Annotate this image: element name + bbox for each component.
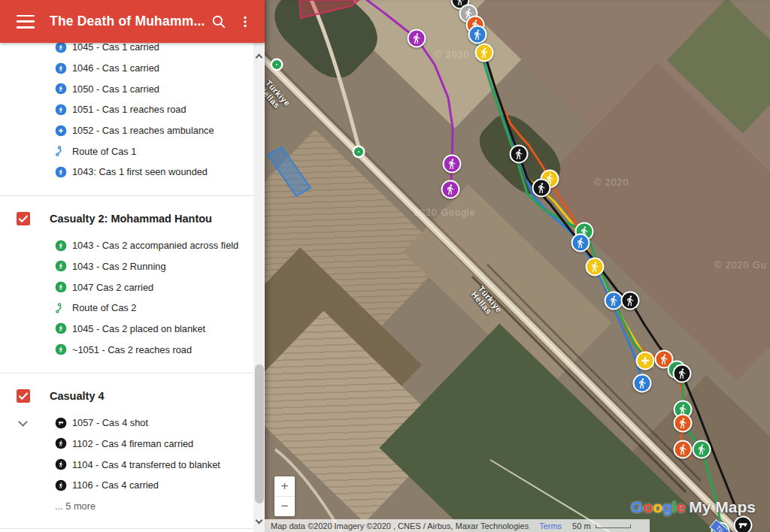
map-marker-plus-yellow[interactable] xyxy=(636,352,655,370)
layer-item[interactable]: 1052 - Cas 1 reaches ambulance xyxy=(0,120,253,141)
attribution-text: Map data ©2020 Imagery ©2020 , CNES / Ai… xyxy=(271,521,529,530)
section-title: Casualty 2: Mohammad Hantou xyxy=(50,213,212,225)
map-marker-walk-orange[interactable] xyxy=(674,440,693,459)
sidebar-scrollbar[interactable] xyxy=(253,43,265,532)
search-icon[interactable] xyxy=(211,14,227,30)
section-title: Casualty 4 xyxy=(50,390,105,402)
map-marker-walk-black[interactable] xyxy=(532,179,551,198)
layer-item[interactable]: 1051 - Cas 1 reaches road xyxy=(0,99,253,120)
layer-item-label: ~1051 - Cas 2 reaches road xyxy=(72,344,192,355)
map-marker-dot-green[interactable] xyxy=(354,147,363,156)
layer-item[interactable]: 1045 - Cas 2 placed on blanket xyxy=(0,319,253,340)
my-maps-app: The Death of Muhamm... 1045 - Cas 1 carr… xyxy=(0,0,770,532)
walk-icon xyxy=(55,322,67,334)
zoom-control: + − xyxy=(274,476,295,516)
map-canvas[interactable]: TürkiyeHellasTürkiyeHellas© 2020 G2020 G… xyxy=(265,0,770,532)
sidebar-section: Casualty 2: Mohammad Hantou1043 - Cas 2 … xyxy=(0,195,253,360)
layer-item[interactable]: 1043 - Cas 2 Running xyxy=(0,256,253,277)
more-options-icon[interactable] xyxy=(238,14,253,29)
layer-item-label: 1051 - Cas 1 reaches road xyxy=(72,104,186,115)
show-more-items[interactable]: ... 5 more xyxy=(0,496,253,517)
map-marker-walk-yellow[interactable] xyxy=(475,44,494,62)
layer-item-label: 1043 - Cas 2 Running xyxy=(72,261,166,272)
map-marker-walk-purple[interactable] xyxy=(443,155,462,174)
walk-icon xyxy=(55,62,67,74)
layer-item[interactable]: 1050 - Cas 1 carried xyxy=(0,78,253,99)
map-marker-walk-purple[interactable] xyxy=(441,180,460,199)
attribution-bar: Map data ©2020 Imagery ©2020 , CNES / Ai… xyxy=(265,519,650,532)
layer-item-label: 1106 - Cas 4 carried xyxy=(72,479,159,491)
layer-item-label: 1052 - Cas 1 reaches ambulance xyxy=(72,125,214,136)
map-marker-gun-black[interactable] xyxy=(734,516,753,532)
app-header: The Death of Muhamm... xyxy=(0,0,265,43)
layer-item-label: 1045 - Cas 2 placed on blanket xyxy=(72,323,205,334)
map-marker-walk-black[interactable] xyxy=(510,145,529,164)
scroll-up-icon[interactable] xyxy=(255,54,262,62)
layer-item-label: 1050 - Cas 1 carried xyxy=(72,83,159,95)
scale-bar xyxy=(596,524,631,528)
map-marker-walk-black[interactable] xyxy=(673,364,692,383)
sidebar-section: 1045 - Cas 1 carried1046 - Cas 1 carried… xyxy=(0,43,253,183)
my-maps-label: My Maps xyxy=(689,498,756,515)
layer-item[interactable]: 1102 - Cas 4 fireman carried xyxy=(0,434,253,455)
zoom-in-button[interactable]: + xyxy=(274,476,295,496)
zoom-out-button[interactable]: − xyxy=(274,497,295,516)
layer-item[interactable]: 1106 - Cas 4 carried xyxy=(0,475,253,496)
map-marker-walk-blue[interactable] xyxy=(571,234,590,252)
layer-item[interactable]: Route of Cas 1 xyxy=(0,141,253,162)
layer-item-label: 1057 - Cas 4 shot xyxy=(72,417,148,428)
walk-icon xyxy=(55,343,67,355)
scroll-down-icon[interactable] xyxy=(255,517,262,524)
plus-icon xyxy=(55,125,67,137)
layer-item[interactable]: 1047 Cas 2 carried xyxy=(0,277,253,298)
layer-item-label: 1043: Cas 1 first seen wounded xyxy=(72,166,208,177)
map-marker-walk-blue[interactable] xyxy=(468,26,487,44)
scrollbar-thumb[interactable] xyxy=(255,364,264,503)
walk-icon xyxy=(55,83,67,95)
layer-item[interactable]: Route of Cas 2 xyxy=(0,298,253,319)
layer-item[interactable]: 1104 - Cas 4 transferred to blanket xyxy=(0,454,253,475)
layer-item-label: Route of Cas 2 xyxy=(72,302,136,313)
layer-item[interactable]: 1043: Cas 1 first seen wounded xyxy=(0,162,253,183)
layer-item-label: 1102 - Cas 4 fireman carried xyxy=(72,438,193,449)
sidebar-sections: 1045 - Cas 1 carried1046 - Cas 1 carried… xyxy=(0,43,253,532)
map-marker-walk-green[interactable] xyxy=(693,440,711,459)
map-marker-walk-black[interactable] xyxy=(621,292,640,310)
layer-checkbox[interactable] xyxy=(17,212,30,225)
layer-item-label: 1046 - Cas 1 carried xyxy=(72,62,159,74)
google-logo: Google xyxy=(631,498,685,515)
sidebar-section: Casualty 41057 - Cas 4 shot1102 - Cas 4 … xyxy=(0,373,253,516)
layer-item[interactable]: ~1051 - Cas 2 reaches road xyxy=(0,339,253,360)
layer-item-label: Route of Cas 1 xyxy=(72,146,136,157)
walk-icon xyxy=(55,240,67,252)
layer-item-label: 1043 - Cas 2 accompanied across field xyxy=(72,240,238,251)
walk-icon xyxy=(55,166,67,178)
map-markers xyxy=(265,0,770,532)
menu-icon[interactable] xyxy=(17,15,35,29)
section-header[interactable]: Casualty 2: Mohammad Hantou xyxy=(0,208,253,229)
layer-checkbox[interactable] xyxy=(17,389,30,403)
layer-item-label: 1104 - Cas 4 transferred to blanket xyxy=(72,459,220,470)
map-marker-dot-green[interactable] xyxy=(272,60,281,69)
layers-sidebar: 1045 - Cas 1 carried1046 - Cas 1 carried… xyxy=(0,43,265,532)
map-marker-walk-orange[interactable] xyxy=(674,414,693,433)
walk-icon xyxy=(55,437,67,449)
layer-item-label: 1047 Cas 2 carried xyxy=(72,282,153,293)
walk-icon xyxy=(55,479,67,491)
map-marker-walk-purple[interactable] xyxy=(408,29,426,48)
layer-item[interactable]: 1045 - Cas 1 carried xyxy=(0,43,253,58)
walk-icon xyxy=(55,104,67,116)
scale-label: 50 m xyxy=(572,521,590,530)
walk-icon xyxy=(55,43,67,53)
map-marker-walk-yellow[interactable] xyxy=(586,258,605,277)
terms-link[interactable]: Terms xyxy=(539,521,562,530)
section-header[interactable]: Casualty 4 xyxy=(0,385,253,407)
walk-icon xyxy=(55,281,67,293)
layer-item[interactable]: 1043 - Cas 2 accompanied across field xyxy=(0,235,253,256)
walk-icon xyxy=(55,260,67,272)
layer-item[interactable]: 1046 - Cas 1 carried xyxy=(0,58,253,79)
route-icon xyxy=(55,302,67,314)
layer-item[interactable]: 1057 - Cas 4 shot xyxy=(0,413,253,434)
map-marker-walk-blue[interactable] xyxy=(633,374,652,393)
gun-icon xyxy=(55,417,67,429)
